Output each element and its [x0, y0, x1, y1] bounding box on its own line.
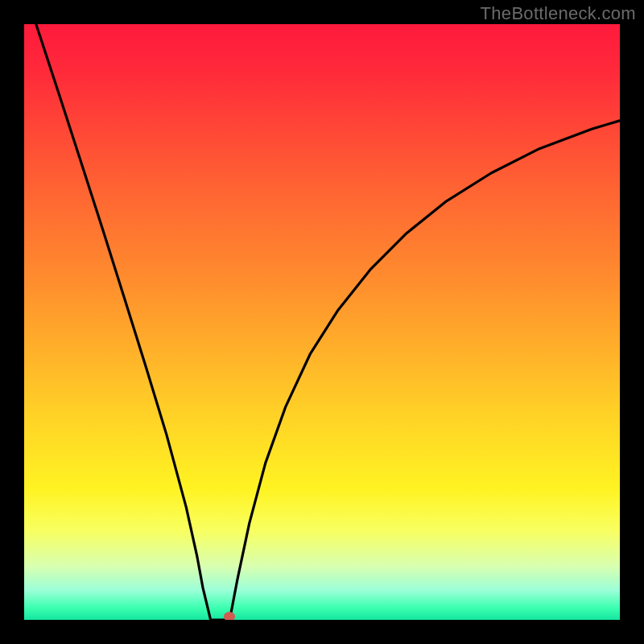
minimum-marker — [224, 612, 235, 620]
curve-path — [36, 24, 620, 620]
bottleneck-curve — [24, 24, 620, 620]
attribution-text: TheBottleneck.com — [481, 3, 636, 24]
chart-frame — [24, 24, 620, 620]
